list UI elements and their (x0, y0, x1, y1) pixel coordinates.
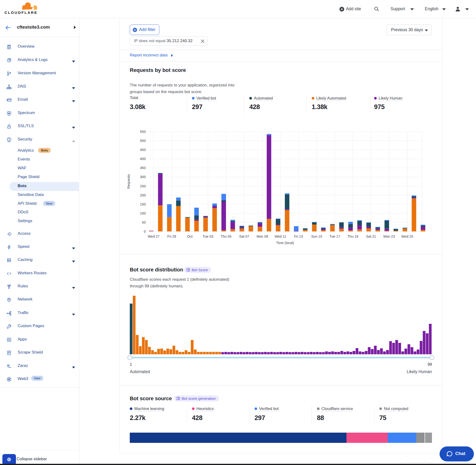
svg-text:Tue 03: Tue 03 (203, 234, 213, 238)
svg-text:Requests: Requests (127, 174, 130, 189)
svg-text:100: 100 (140, 211, 146, 215)
svg-text:Wed 25: Wed 25 (402, 234, 413, 238)
svg-text:Oct: Oct (187, 234, 193, 238)
svg-text:Sat 21: Sat 21 (366, 234, 376, 238)
svg-text:Mon 09: Mon 09 (256, 234, 268, 238)
svg-text:50: 50 (142, 221, 146, 224)
svg-text:Sun 15: Sun 15 (311, 234, 322, 238)
svg-text:0: 0 (144, 230, 146, 233)
svg-text:250: 250 (140, 184, 146, 188)
svg-text:450: 450 (140, 148, 146, 152)
svg-text:Mon 23: Mon 23 (383, 234, 395, 238)
svg-text:Thu 05: Thu 05 (221, 234, 232, 238)
svg-text:Wed 27: Wed 27 (148, 234, 159, 238)
svg-text:Fri 13: Fri 13 (294, 234, 303, 238)
svg-text:500: 500 (140, 139, 146, 143)
svg-text:Fri 29: Fri 29 (167, 234, 176, 238)
svg-text:550: 550 (140, 130, 146, 134)
svg-text:150: 150 (140, 202, 146, 206)
svg-text:Wed 11: Wed 11 (275, 234, 286, 238)
svg-text:350: 350 (140, 166, 146, 170)
svg-text:300: 300 (140, 175, 146, 179)
svg-text:200: 200 (140, 193, 146, 197)
svg-text:Sat 07: Sat 07 (239, 234, 249, 238)
svg-text:Tue 17: Tue 17 (329, 234, 340, 238)
svg-text:400: 400 (140, 157, 146, 161)
svg-text:Thu 19: Thu 19 (348, 234, 358, 238)
svg-text:Time (local): Time (local) (276, 241, 294, 245)
